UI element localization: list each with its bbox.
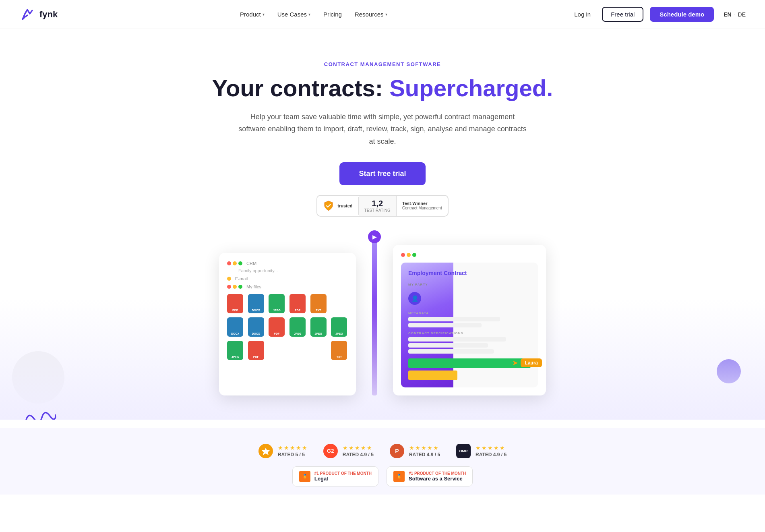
hero-tag: CONTRACT MANAGEMENT SOFTWARE xyxy=(209,61,556,67)
logo[interactable]: fynk xyxy=(19,6,58,23)
contract-mockup: Employment Contract MY PARTY 👤 METADATA xyxy=(393,245,546,395)
shield-icon xyxy=(323,200,334,211)
file-item: JPEG xyxy=(269,294,285,313)
decorative-circle-right xyxy=(717,359,741,383)
file-item: TXT xyxy=(310,294,327,313)
chevron-down-icon: ▾ xyxy=(263,12,265,17)
file-item: PDF xyxy=(269,317,285,337)
lang-en[interactable]: EN xyxy=(724,11,731,18)
login-button[interactable]: Log in xyxy=(569,8,595,21)
awards-row: 🏅 #1 PRODUCT OF THE MONTH Legal 🏅 #1 PRO… xyxy=(141,466,624,486)
file-item: DOCX xyxy=(248,317,264,337)
file-item: PDF xyxy=(289,294,306,313)
cursor-indicator: ➤ Laura xyxy=(512,358,542,367)
hero-content: CONTRACT MANAGEMENT SOFTWARE Your contra… xyxy=(201,29,564,237)
svg-marker-0 xyxy=(262,448,270,455)
award-medal-icon: 🏅 xyxy=(393,471,405,482)
chevron-down-icon: ▾ xyxy=(385,12,387,17)
hero-description: Help your team save valuable time with s… xyxy=(238,111,527,148)
contract-avatar: 👤 xyxy=(408,292,421,305)
rating-producthunt: P ★★★★★ RATED 4.9 / 5 xyxy=(390,444,440,458)
decorative-circle-left xyxy=(12,351,64,404)
file-manager-mockup: CRM Family opportunity... E-mail xyxy=(219,253,356,395)
trust-badge: trusted 1,2 TEST RATING Test-Winner Cont… xyxy=(316,195,448,217)
rating-capterra: ★★★★★ RATED 5 / 5 xyxy=(258,444,307,458)
language-switcher: EN · DE xyxy=(724,11,746,18)
logo-text: fynk xyxy=(39,9,58,20)
nav-use-cases[interactable]: Use Cases ▾ xyxy=(277,11,310,18)
chevron-down-icon: ▾ xyxy=(308,12,310,17)
cursor-user-label: Laura xyxy=(521,358,542,367)
file-item: TXT xyxy=(331,341,347,360)
crm-sub-label: Family opportunity... xyxy=(227,268,348,273)
producthunt-logo: P xyxy=(390,444,404,458)
file-item: JPEG xyxy=(331,317,347,337)
rating-g2: G2 ★★★★★ RATED 4.9 / 5 xyxy=(323,444,374,458)
nav-pricing[interactable]: Pricing xyxy=(323,11,342,18)
navbar: fynk Product ▾ Use Cases ▾ Pricing Resou… xyxy=(0,0,765,29)
files-grid: PDF DOCX JPEG PDF TXT DOCX DOCX PDF JPEG… xyxy=(227,294,348,360)
logo-icon xyxy=(19,6,35,23)
omr-logo: OMR xyxy=(456,444,471,458)
lang-de[interactable]: DE xyxy=(738,11,746,18)
rating-omr: OMR ★★★★★ RATED 4.9 / 5 xyxy=(456,444,507,458)
award-legal: 🏅 #1 PRODUCT OF THE MONTH Legal xyxy=(292,466,378,486)
play-button-icon: ▶ xyxy=(368,230,381,243)
file-item: JPEG xyxy=(227,341,243,360)
nav-product[interactable]: Product ▾ xyxy=(240,11,265,18)
screenshots-section: CRM Family opportunity... E-mail xyxy=(141,237,624,395)
capterra-logo xyxy=(258,444,273,458)
ratings-row: ★★★★★ RATED 5 / 5 G2 ★★★★★ RATED 4.9 / 5… xyxy=(141,444,624,458)
cursor-arrow-icon: ➤ xyxy=(512,358,518,367)
free-trial-button[interactable]: Free trial xyxy=(602,7,643,22)
file-item: DOCX xyxy=(227,317,243,337)
nav-actions: Log in Free trial Schedule demo EN · DE xyxy=(569,7,746,22)
ratings-section: ★★★★★ RATED 5 / 5 G2 ★★★★★ RATED 4.9 / 5… xyxy=(0,428,765,495)
start-trial-button[interactable]: Start free trial xyxy=(339,162,425,185)
award-medal-icon: 🏅 xyxy=(299,471,310,482)
award-saas: 🏅 #1 PRODUCT OF THE MONTH Software as a … xyxy=(387,466,473,486)
file-item: DOCX xyxy=(248,294,264,313)
nav-links: Product ▾ Use Cases ▾ Pricing Resources … xyxy=(240,11,387,18)
file-item: PDF xyxy=(227,294,243,313)
file-item: PDF xyxy=(248,341,264,360)
file-item: JPEG xyxy=(310,317,327,337)
hero-title: Your contracts: Supercharged. xyxy=(209,75,556,101)
decorative-wave xyxy=(22,405,58,420)
contract-yellow-bar xyxy=(408,371,457,380)
hero-section: CONTRACT MANAGEMENT SOFTWARE Your contra… xyxy=(0,29,765,420)
g2-logo: G2 xyxy=(323,444,338,458)
schedule-demo-button[interactable]: Schedule demo xyxy=(650,7,714,22)
file-item: JPEG xyxy=(289,317,306,337)
contract-title: Employment Contract xyxy=(408,270,531,276)
nav-resources[interactable]: Resources ▾ xyxy=(355,11,387,18)
